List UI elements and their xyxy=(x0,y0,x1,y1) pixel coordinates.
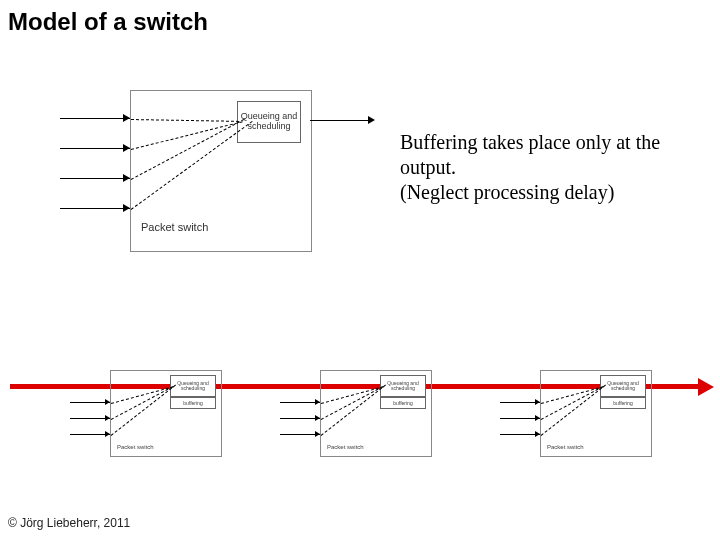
mini1-ps: Packet switch xyxy=(117,444,154,450)
mini1-buffer: buffering xyxy=(170,397,216,409)
switch-diagram: Queueing and scheduling Packet switch xyxy=(60,90,380,260)
mini2-ps: Packet switch xyxy=(327,444,364,450)
mini3-buffer: buffering xyxy=(600,397,646,409)
slide-title: Model of a switch xyxy=(8,8,208,36)
mini3-qs: Queueing and scheduling xyxy=(600,375,646,397)
flow-arrow-head xyxy=(698,378,714,396)
queueing-scheduling-box: Queueing and scheduling xyxy=(237,101,301,143)
mini-switch-3: Queueing and scheduling buffering Packet… xyxy=(540,370,652,457)
mini-switch-2: Queueing and scheduling buffering Packet… xyxy=(320,370,432,457)
mini2-buffer: buffering xyxy=(380,397,426,409)
body-line-1: Buffering takes place only at the output… xyxy=(400,131,660,203)
packet-switch-box: Queueing and scheduling Packet switch xyxy=(130,90,312,252)
mini2-qs: Queueing and scheduling xyxy=(380,375,426,397)
mini3-ps: Packet switch xyxy=(547,444,584,450)
mini1-qs: Queueing and scheduling xyxy=(170,375,216,397)
switch-chain-diagram: Queueing and scheduling buffering Packet… xyxy=(0,350,720,470)
packet-switch-label: Packet switch xyxy=(141,221,208,233)
copyright-footer: © Jörg Liebeherr, 2011 xyxy=(8,516,130,530)
body-text: Buffering takes place only at the output… xyxy=(400,130,700,205)
mini-switch-1: Queueing and scheduling buffering Packet… xyxy=(110,370,222,457)
